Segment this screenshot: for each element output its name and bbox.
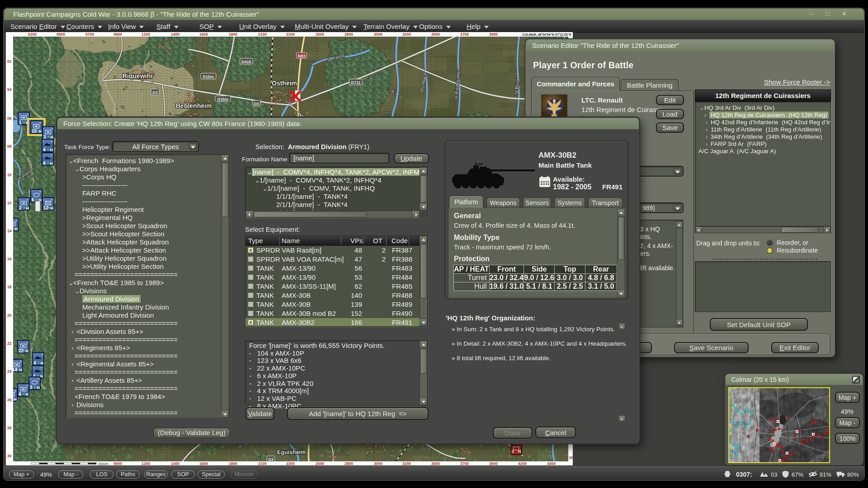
svg-text:N83: N83 bbox=[298, 54, 306, 58]
svg-text:H: H bbox=[40, 122, 42, 124]
svg-text:H: H bbox=[51, 140, 53, 143]
svg-text:2000m: 2000m bbox=[98, 462, 108, 465]
svg-text:H: H bbox=[39, 129, 42, 134]
svg-text:H: H bbox=[15, 227, 18, 231]
svg-text:Riquewihr: Riquewihr bbox=[123, 72, 153, 80]
svg-text:H: H bbox=[42, 353, 43, 356]
svg-text:H: H bbox=[16, 219, 18, 222]
svg-text:H: H bbox=[41, 366, 43, 369]
svg-text:1: 1 bbox=[19, 120, 22, 125]
svg-text:H: H bbox=[52, 198, 53, 201]
svg-text:Beblenheim: Beblenheim bbox=[176, 102, 212, 109]
svg-text:6: 6 bbox=[32, 197, 34, 202]
svg-text:H: H bbox=[27, 385, 28, 387]
svg-text:4: 4 bbox=[43, 147, 46, 152]
svg-text:D3: D3 bbox=[152, 90, 158, 95]
svg-text:D1bis: D1bis bbox=[203, 75, 214, 79]
svg-text:H: H bbox=[15, 389, 17, 392]
svg-text:H: H bbox=[41, 361, 44, 366]
svg-text:H: H bbox=[19, 368, 23, 372]
svg-text:4: 4 bbox=[19, 392, 21, 397]
svg-text:H: H bbox=[51, 206, 54, 211]
svg-text:H: H bbox=[26, 392, 29, 397]
svg-text:4: 4 bbox=[43, 161, 46, 166]
svg-text:Ostheim: Ostheim bbox=[272, 80, 297, 87]
svg-text:H: H bbox=[50, 161, 53, 166]
svg-text:D415: D415 bbox=[241, 60, 251, 64]
svg-text:D711: D711 bbox=[351, 80, 360, 85]
svg-text:H: H bbox=[14, 397, 17, 402]
svg-text:H: H bbox=[26, 349, 29, 353]
svg-text:4: 4 bbox=[33, 361, 36, 366]
svg-text:2: 2 bbox=[19, 206, 22, 211]
svg-text:D1bis: D1bis bbox=[217, 97, 229, 102]
svg-text:H: H bbox=[52, 127, 53, 130]
svg-text:H: H bbox=[20, 360, 22, 363]
svg-text:3: 3 bbox=[512, 449, 514, 454]
svg-text:D3: D3 bbox=[254, 102, 259, 106]
svg-text:H: H bbox=[37, 385, 40, 390]
svg-text:H: H bbox=[518, 449, 521, 454]
svg-text:H: H bbox=[26, 206, 29, 211]
svg-text:H: H bbox=[27, 113, 29, 116]
svg-text:H: H bbox=[50, 148, 53, 152]
svg-text:3: 3 bbox=[30, 385, 33, 390]
svg-text:H: H bbox=[27, 341, 28, 344]
svg-text:H: H bbox=[27, 198, 29, 201]
svg-text:D3: D3 bbox=[268, 457, 274, 462]
svg-text:3: 3 bbox=[43, 135, 46, 140]
svg-text:H: H bbox=[40, 190, 42, 193]
svg-text:H: H bbox=[38, 378, 40, 380]
svg-text:Eguisheim: Eguisheim bbox=[277, 449, 306, 455]
svg-text:H: H bbox=[51, 154, 53, 156]
svg-text:l'Ill: l'Ill bbox=[390, 89, 396, 95]
